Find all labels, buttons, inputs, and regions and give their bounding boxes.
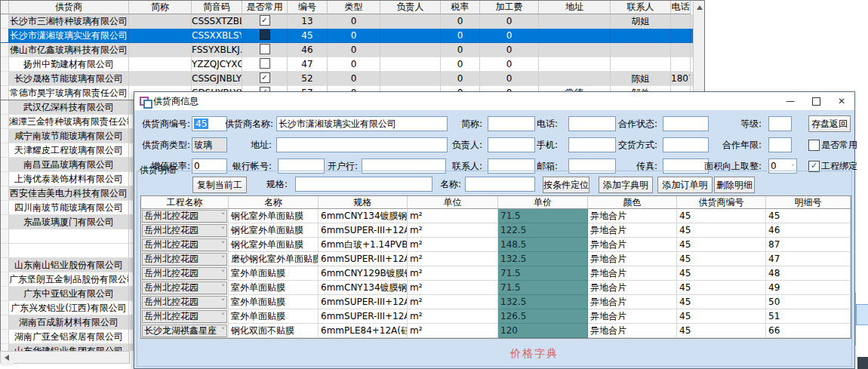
detail-id-cell[interactable]: 48 [766,266,851,281]
tax-cell[interactable]: 0 [441,43,480,57]
column-header[interactable]: 加工费 [480,1,539,14]
list-item[interactable]: 广东中亚铝业有限公司 [1,287,134,301]
project-cell[interactable]: 岳州北控花园˅ [141,295,229,309]
project-combobox[interactable]: 岳州北控花园˅ [142,253,227,266]
supplier-name-cell[interactable]: 山东南山铝业股份有限公司 [9,258,129,272]
address-cell[interactable] [539,72,611,86]
column-header[interactable]: 类型 [328,1,380,14]
spec-input[interactable] [295,177,432,192]
price-cell[interactable]: 122.5 [498,223,588,238]
supplier-name-cell[interactable]: 西安佳吉美电力科技有限公司 [9,186,129,201]
phone-cell[interactable]: 180751 [671,72,691,86]
id-cell[interactable]: 45 [288,29,328,43]
spec-cell[interactable]: 6mmCNY134镀膜钢化 [319,281,408,295]
price-cell[interactable]: 132.5 [498,252,588,266]
list-item[interactable]: 武汉亿深科技有限公司 [1,100,134,115]
abbr-cell[interactable] [129,72,192,86]
detail-column-header[interactable]: 颜色 [588,196,677,209]
id-cell[interactable]: 52 [288,72,328,86]
color-cell[interactable]: 异地合片 [588,309,677,324]
mobile-input[interactable] [568,137,616,152]
detail-column-header[interactable]: 工程名称 [141,196,229,209]
supplier-name-cell[interactable]: 湖南广亚全铝家居有限公司 [9,330,129,344]
supplier-name-cell[interactable]: 长沙市潇湘玻璃实业有限公司 [9,29,129,43]
manager-cell[interactable] [380,14,441,29]
supplier-name-cell[interactable]: 湖南百成新材料有限公司 [9,315,129,330]
type-cell[interactable]: 0 [328,57,380,72]
id-cell[interactable]: 47 [288,57,328,72]
supplier-name-input[interactable] [276,116,448,131]
supplier-name-cell[interactable]: 广东中亚铝业有限公司 [9,287,129,301]
horizontal-scrollbar[interactable] [0,351,130,364]
project-combobox[interactable]: 长沙龙湖祺鑫星座˅ [142,324,227,337]
list-item[interactable]: 广东兴发铝业(江西)有限公司 [1,301,134,315]
project-cell[interactable]: 岳州北控花园˅ [141,266,229,281]
contact-cell[interactable]: 胡姐 [611,14,671,29]
unit-cell[interactable]: m² [408,238,498,252]
product-name-cell[interactable]: 室外单面贴膜 [229,309,319,324]
fee-cell[interactable]: 0 [480,72,539,86]
contact-cell[interactable] [611,29,671,43]
list-item[interactable]: 山东华建铝业集团有限公司 [1,344,134,351]
column-header[interactable]: 编号 [288,1,328,14]
product-name-cell[interactable]: 钢化室外单面贴膜 [229,238,319,252]
common-use-cell[interactable] [242,43,288,57]
project-combobox[interactable]: 岳州北控花园˅ [142,281,227,294]
spec-cell[interactable]: 6mm白玻+1.14PVB+6mm... [319,238,408,252]
type-cell[interactable]: 0 [328,43,380,57]
column-header[interactable]: 电话 [671,1,691,14]
supplier-name-cell[interactable]: 广东坚朗五金制品股份有限公司 [9,272,129,287]
name-input[interactable] [465,177,535,192]
column-header[interactable]: 联系人 [611,1,671,14]
common-use-cell[interactable] [242,29,288,43]
abbr-input[interactable] [488,116,535,131]
supplier-row[interactable]: 佛山市亿鑫玻璃科技有限公司FSSYXBLKJ...46000 [1,43,704,57]
list-item[interactable]: 天津耀皮工程玻璃有限公司 [1,143,134,158]
address-cell[interactable] [539,29,611,43]
supplier-id-cell[interactable]: 45 [677,238,766,252]
supplier-id-cell[interactable]: 45 [677,281,766,295]
code-cell[interactable]: FSSYXBLKJ... [192,43,242,57]
manager-cell[interactable] [380,43,441,57]
fee-cell[interactable]: 0 [480,43,539,57]
column-header[interactable]: 简称 [129,1,192,14]
price-cell[interactable]: 71.5 [498,281,588,295]
add-dict-detail-button[interactable]: 添加字典明细 [599,177,653,193]
column-header[interactable]: 地址 [539,1,611,14]
column-header[interactable]: 是否常用 [242,1,288,14]
column-header[interactable]: 税率 [441,1,480,14]
project-combobox[interactable]: 岳州北控花园˅ [142,210,227,223]
detail-row[interactable]: 岳州北控花园˅室外单面贴膜6mmCNY129B镀膜钢化m²71.5异地合片454… [141,266,851,281]
supplier-row[interactable]: 长沙市三湘特种玻璃有限公司CSSSXTZBL...13000胡姐 [1,14,704,29]
abbr-cell[interactable] [129,14,192,29]
code-cell[interactable]: CSSGJNBLYXGS [192,72,242,86]
detail-row[interactable]: 长沙龙湖祺鑫星座˅钢化双面不贴膜6mmPLE84+12A(硅酮胶...m²120… [141,324,851,338]
vertical-scrollbar[interactable] [693,2,705,100]
project-cell[interactable]: 岳州北控花园˅ [141,309,229,324]
project-combobox[interactable]: 岳州北控花园˅ [142,224,227,237]
detail-row[interactable]: 岳州北控花园˅钢化室外单面贴膜6mmCNY134镀膜钢化m²71.5异地合片45… [141,209,851,223]
common-use-cell[interactable] [242,14,288,29]
unit-cell[interactable]: m² [408,295,498,309]
list-item[interactable]: 湖南广亚全铝家居有限公司 [1,330,134,344]
minimize-button[interactable]: — [777,92,803,110]
product-name-cell[interactable]: 室外单面贴膜 [229,281,319,295]
color-cell[interactable]: 异地合片 [588,324,677,338]
list-item[interactable]: 四川南玻节能玻璃有限公司 [1,201,134,215]
delivery-input[interactable] [663,137,709,152]
project-cell[interactable]: 岳州北控花园˅ [141,209,229,223]
price-cell[interactable]: 126.5 [498,309,588,324]
delete-detail-button[interactable]: 删除明细 [714,177,755,193]
fee-cell[interactable]: 0 [480,14,539,29]
code-cell[interactable]: CSSSXTZBL... [192,14,242,29]
grade-input[interactable] [768,116,792,131]
tax-cell[interactable]: 0 [441,72,480,86]
project-cell[interactable]: 岳州北控花园˅ [141,238,229,252]
supplier-id-cell[interactable]: 45 [677,209,766,223]
detail-id-cell[interactable]: 47 [766,252,851,266]
color-cell[interactable]: 异地合片 [588,238,677,252]
supplier-name-cell[interactable]: 常德市昊宇玻璃有限责任公司 [9,86,129,100]
list-item[interactable]: 咸宁南玻节能玻璃有限公司 [1,129,134,143]
close-button[interactable]: ✕ [829,92,854,110]
project-combobox[interactable]: 岳州北控花园˅ [142,296,227,309]
